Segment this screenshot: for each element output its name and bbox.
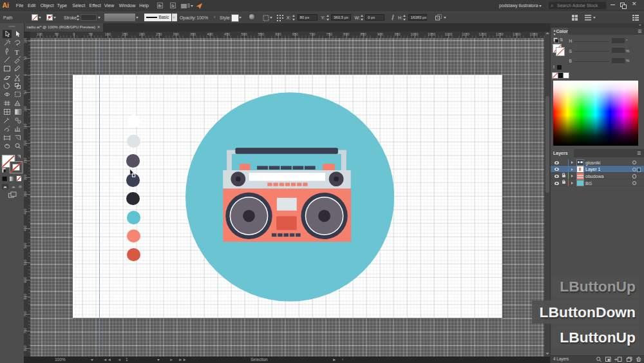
- svg-text:T: T: [15, 48, 19, 56]
